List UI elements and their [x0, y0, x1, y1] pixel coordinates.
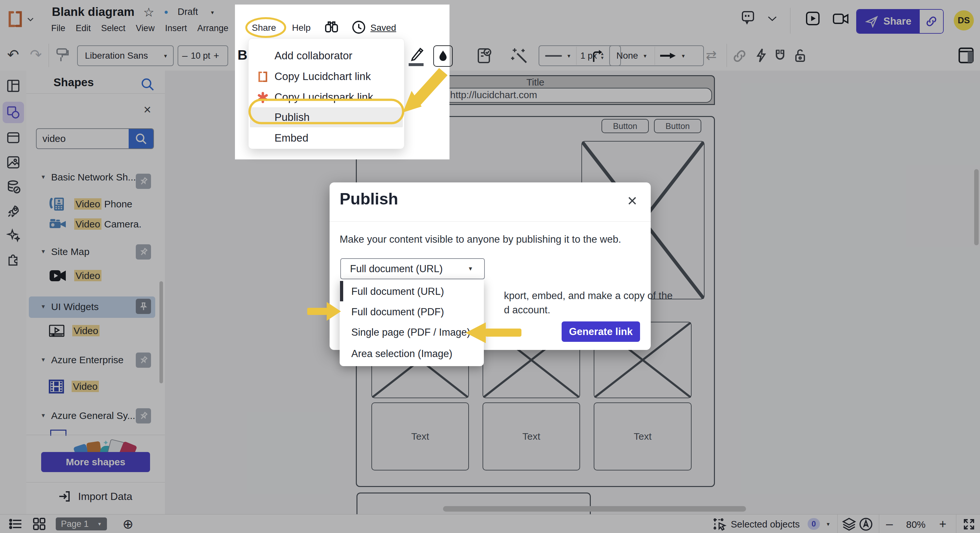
option-area-selection[interactable]: Area selection (Image) — [351, 348, 452, 360]
menu-help[interactable]: Help — [292, 23, 311, 33]
menu-item-label: Add collaborator — [275, 49, 352, 62]
menu-item-label: Embed — [275, 132, 309, 144]
dialog-description: Make your content visible to anyone by p… — [340, 234, 621, 245]
publish-dialog: Publish × Make your content visible to a… — [329, 182, 651, 350]
menu-item-label: Copy Lucidchart link — [275, 70, 371, 83]
share-menu-spotlight: Share Help Saved B Add c — [235, 5, 450, 159]
revision-clock-icon[interactable] — [351, 19, 366, 35]
share-dropdown-menu: Add collaborator Copy Lucidchart link Co… — [248, 38, 404, 149]
publish-type-value: Full document (URL) — [350, 263, 443, 275]
publish-type-dropdown: Full document (URL) Full document (PDF) … — [340, 279, 484, 366]
lucidchart-logo-icon — [257, 71, 269, 83]
menu-item-embed[interactable]: Embed — [250, 128, 403, 148]
menu-item-copy-lucidchart-link[interactable]: Copy Lucidchart link — [250, 67, 403, 86]
generate-link-label: Generate link — [569, 326, 633, 337]
menu-share[interactable]: Share — [252, 23, 276, 33]
option-full-document-pdf[interactable]: Full document (PDF) — [351, 306, 444, 318]
selected-option-bar — [340, 281, 343, 301]
option-single-page[interactable]: Single page (PDF / Image) — [351, 326, 470, 338]
dialog-title: Publish — [340, 189, 398, 208]
menu-item-publish[interactable]: Publish — [250, 107, 403, 127]
dialog-divider — [329, 221, 651, 222]
occluded-description-line1: kport, embed, and make a copy of the — [504, 290, 673, 302]
fill-color-icon[interactable] — [433, 45, 453, 67]
occluded-description-line2: d account. — [504, 304, 550, 316]
menu-item-label: Copy Lucidspark link — [275, 91, 373, 103]
bold-button[interactable]: B — [237, 47, 247, 63]
menu-item-add-collaborator[interactable]: Add collaborator — [250, 46, 403, 66]
menu-item-label: Publish — [275, 111, 310, 123]
saved-status[interactable]: Saved — [371, 23, 396, 33]
lucidchart-app: Blank diagram ☆ ● Draft ▼ File Edit Sele… — [0, 0, 980, 533]
option-full-document-url[interactable]: Full document (URL) — [351, 286, 444, 298]
select-caret-icon: ▼ — [468, 266, 473, 272]
dialog-close-icon[interactable]: × — [627, 191, 637, 210]
find-shapes-binoculars-icon[interactable] — [323, 19, 340, 35]
publish-type-select[interactable]: Full document (URL) ▼ — [340, 258, 485, 279]
lucidspark-logo-icon — [257, 92, 269, 103]
menu-item-copy-lucidspark-link[interactable]: Copy Lucidspark link — [250, 87, 403, 107]
pen-color-icon[interactable] — [409, 45, 425, 66]
pen-color-swatch — [409, 63, 423, 66]
generate-link-button[interactable]: Generate link — [562, 321, 640, 342]
